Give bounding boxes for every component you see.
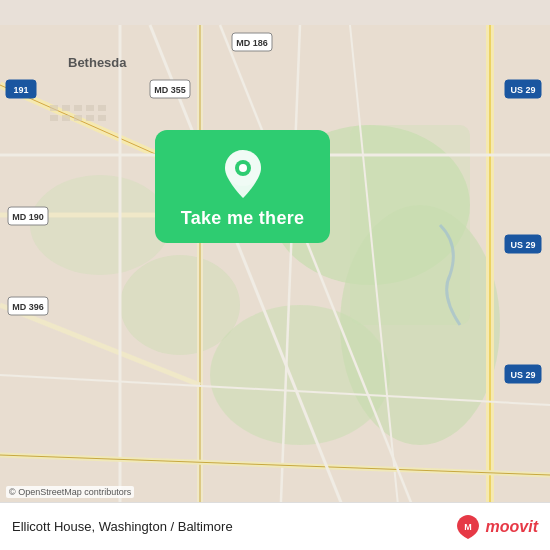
- svg-line-18: [350, 25, 400, 525]
- svg-line-9: [0, 85, 180, 165]
- svg-text:MD 186: MD 186: [236, 38, 268, 48]
- svg-text:MD 190: MD 190: [12, 212, 44, 222]
- svg-text:Bethesda: Bethesda: [68, 55, 127, 70]
- moovit-label: moovit: [486, 518, 538, 536]
- svg-point-3: [210, 305, 390, 445]
- svg-rect-28: [8, 207, 48, 225]
- svg-text:MD 355: MD 355: [154, 85, 186, 95]
- svg-line-17: [280, 25, 300, 525]
- svg-rect-50: [86, 115, 94, 121]
- svg-rect-48: [74, 115, 82, 121]
- svg-rect-44: [62, 105, 70, 111]
- svg-rect-40: [6, 80, 36, 98]
- svg-text:MD 396: MD 396: [12, 302, 44, 312]
- svg-rect-38: [505, 365, 541, 383]
- svg-text:191: 191: [13, 85, 28, 95]
- svg-rect-46: [50, 115, 58, 121]
- svg-rect-47: [62, 115, 70, 121]
- svg-line-10: [0, 85, 180, 165]
- svg-rect-24: [232, 33, 272, 51]
- svg-rect-45: [74, 105, 82, 111]
- svg-line-22: [150, 25, 350, 525]
- svg-text:M: M: [464, 522, 472, 532]
- svg-rect-5: [350, 125, 470, 325]
- svg-text:US 29: US 29: [510, 240, 535, 250]
- take-me-there-button[interactable]: Take me there: [155, 130, 330, 243]
- svg-point-2: [340, 205, 500, 445]
- location-text: Ellicott House, Washington / Baltimore: [12, 519, 233, 534]
- map-container: MD 186 MD 355 MD 190 MD 396 MD 355 US 29…: [0, 0, 550, 550]
- svg-text:US 29: US 29: [510, 85, 535, 95]
- location-pin-icon: [213, 144, 273, 204]
- bottom-bar: Ellicott House, Washington / Baltimore M…: [0, 502, 550, 550]
- svg-rect-34: [505, 80, 541, 98]
- svg-rect-0: [0, 25, 550, 525]
- svg-line-19: [0, 375, 550, 405]
- svg-line-21: [0, 455, 550, 475]
- svg-rect-26: [150, 80, 190, 98]
- svg-rect-49: [86, 105, 94, 111]
- svg-rect-52: [98, 115, 106, 121]
- svg-rect-51: [98, 105, 106, 111]
- svg-line-14: [0, 305, 200, 385]
- svg-rect-36: [505, 235, 541, 253]
- svg-rect-43: [50, 105, 58, 111]
- take-me-there-label: Take me there: [181, 208, 305, 229]
- moovit-logo: M moovit: [454, 513, 538, 541]
- moovit-icon: M: [454, 513, 482, 541]
- svg-rect-30: [8, 297, 48, 315]
- svg-line-20: [0, 455, 550, 475]
- map-background: MD 186 MD 355 MD 190 MD 396 MD 355 US 29…: [0, 0, 550, 550]
- svg-line-23: [220, 25, 420, 525]
- svg-point-55: [239, 164, 247, 172]
- svg-point-6: [30, 175, 170, 275]
- svg-text:US 29: US 29: [510, 370, 535, 380]
- svg-point-4: [120, 255, 240, 355]
- osm-attribution: © OpenStreetMap contributors: [6, 486, 134, 498]
